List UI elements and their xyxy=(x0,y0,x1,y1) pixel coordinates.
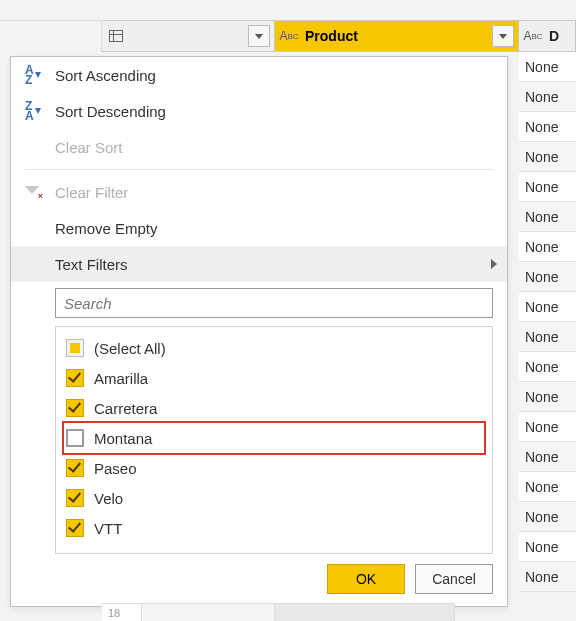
menu-clear-sort: Clear Sort xyxy=(11,129,507,165)
type-text-icon: ABC xyxy=(519,21,547,51)
filter-value-row[interactable]: Amarilla xyxy=(64,363,484,393)
table-icon xyxy=(102,30,130,42)
filter-value-label: Paseo xyxy=(94,460,137,477)
filter-checkbox[interactable] xyxy=(66,519,84,537)
filter-value-row[interactable]: Velo xyxy=(64,483,484,513)
filter-value-row[interactable]: Paseo xyxy=(64,453,484,483)
column-dropdown-button[interactable] xyxy=(492,25,514,47)
data-cell[interactable]: None xyxy=(519,82,576,112)
menu-text-filters[interactable]: Text Filters xyxy=(11,246,507,282)
filter-checkbox[interactable] xyxy=(66,339,84,357)
menu-sort-descending[interactable]: ZA Sort Descending xyxy=(11,93,507,129)
menu-sort-ascending[interactable]: AZ Sort Ascending xyxy=(11,57,507,93)
data-cell[interactable]: None xyxy=(519,472,576,502)
filter-value-label: (Select All) xyxy=(94,340,166,357)
filter-value-label: VTT xyxy=(94,520,122,537)
filter-search-input[interactable] xyxy=(55,288,493,318)
menu-clear-filter: × Clear Filter xyxy=(11,174,507,210)
column-label: D xyxy=(547,28,575,44)
filter-dropdown-panel: AZ Sort Ascending ZA Sort Descending Cle… xyxy=(10,56,508,607)
data-cell[interactable]: None xyxy=(519,412,576,442)
type-text-icon: ABC xyxy=(275,21,303,51)
data-cell[interactable]: None xyxy=(519,502,576,532)
filter-checkbox[interactable] xyxy=(66,399,84,417)
column-header-next[interactable]: ABC D xyxy=(519,20,576,52)
data-cell[interactable]: None xyxy=(519,112,576,142)
data-cell[interactable]: None xyxy=(519,442,576,472)
column-dropdown-button[interactable] xyxy=(248,25,270,47)
data-cell[interactable]: None xyxy=(519,352,576,382)
sort-desc-icon: ZA xyxy=(25,93,55,129)
filter-value-label: Montana xyxy=(94,430,152,447)
filter-checkbox[interactable] xyxy=(66,369,84,387)
filter-checkbox[interactable] xyxy=(66,489,84,507)
bottom-row-peek: 18 xyxy=(102,603,576,621)
data-cell[interactable]: None xyxy=(519,262,576,292)
sort-asc-icon: AZ xyxy=(25,57,55,93)
row-index-cell: 18 xyxy=(102,603,142,621)
ok-button[interactable]: OK xyxy=(327,564,405,594)
filter-value-row[interactable]: (Select All) xyxy=(64,333,484,363)
cancel-button[interactable]: Cancel xyxy=(415,564,493,594)
data-cell[interactable]: None xyxy=(519,172,576,202)
filter-value-label: Carretera xyxy=(94,400,157,417)
data-cell[interactable]: None xyxy=(519,322,576,352)
data-cell[interactable]: None xyxy=(519,292,576,322)
filter-value-row[interactable]: VTT xyxy=(64,513,484,543)
column-header-blank[interactable] xyxy=(102,20,275,52)
column-label: Product xyxy=(303,28,492,44)
filter-value-label: Amarilla xyxy=(94,370,148,387)
data-cell[interactable]: None xyxy=(519,532,576,562)
data-cell[interactable]: None xyxy=(519,232,576,262)
funnel-clear-icon: × xyxy=(25,174,55,210)
filter-checkbox[interactable] xyxy=(66,429,84,447)
filter-values-list: (Select All)AmarillaCarreteraMontanaPase… xyxy=(55,326,493,554)
filter-value-row[interactable]: Carretera xyxy=(64,393,484,423)
data-cell[interactable]: None xyxy=(519,52,576,82)
data-cell[interactable]: None xyxy=(519,202,576,232)
submenu-arrow-icon xyxy=(491,259,497,269)
column-header-product[interactable]: ABC Product xyxy=(275,20,519,52)
filter-checkbox[interactable] xyxy=(66,459,84,477)
menu-remove-empty[interactable]: Remove Empty xyxy=(11,210,507,246)
filter-value-row[interactable]: Montana xyxy=(64,423,484,453)
data-cell[interactable]: None xyxy=(519,562,576,592)
filter-value-label: Velo xyxy=(94,490,123,507)
data-cell[interactable]: None xyxy=(519,382,576,412)
data-cell[interactable]: None xyxy=(519,142,576,172)
